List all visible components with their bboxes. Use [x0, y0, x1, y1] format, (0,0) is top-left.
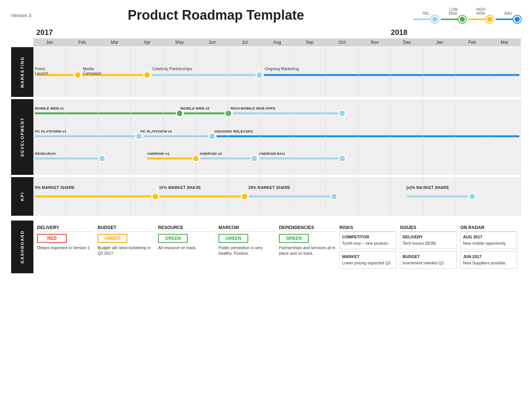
- risks-item-1: COMPETITOR Tyrell corp – new product.: [339, 232, 396, 249]
- legend-tbc-circle: [431, 16, 439, 23]
- dependencies-text: Partnerships and services all in place a…: [279, 245, 336, 257]
- month-jun17: Jun: [196, 38, 229, 46]
- android-bau-label: ANDROID BAU: [259, 151, 285, 156]
- month-nov17: Nov: [358, 38, 391, 46]
- android-v2-ms: [251, 155, 257, 162]
- dashboard-risks: RISKS COMPETITOR Tyrell corp – new produ…: [339, 225, 396, 269]
- pc-v2-ms: [209, 133, 216, 140]
- issues-item-2: BUDGET Investment needed Q2: [400, 251, 457, 269]
- legend-tbc-label: TBC: [422, 12, 430, 16]
- legend-low: LOWRISK: [441, 7, 466, 23]
- issues-item-2-subtitle: BUDGET: [403, 254, 454, 260]
- legend: TBC LOWRISK HIGHRISK: [391, 7, 521, 23]
- dependencies-badge: GREEN: [279, 234, 309, 243]
- month-jan18: Jan: [423, 38, 456, 46]
- svg-text:Launch: Launch: [35, 71, 48, 75]
- version-label: Version 3: [11, 13, 41, 18]
- legend-tbc-line: [413, 16, 439, 23]
- kpi-section: KPI 5% MARKET SHARE 15% MARKET SHARE: [11, 177, 521, 217]
- month-jul17: Jul: [229, 38, 261, 46]
- timeline-label-spacer: [11, 27, 33, 46]
- dashboard-dependencies: DEPENDENCIES GREEN Partnerships and serv…: [279, 225, 336, 269]
- legend-bau-bar: [496, 19, 514, 20]
- dashboard-issues: ISSUES DELIVERY Tech issues (BOB) BUDGET…: [400, 225, 457, 269]
- month-mar18: Mar: [488, 38, 521, 46]
- budget-text: Budget will need bolstering in Q2 2017: [98, 245, 154, 257]
- legend-bau-line: [496, 16, 521, 23]
- page-title: Product Roadmap Template: [41, 7, 391, 23]
- legend-bau: BAU: [496, 12, 521, 23]
- kpi-body: 5% MARKET SHARE 15% MARKET SHARE 28% MAR…: [33, 177, 521, 216]
- risks-item-1-subtitle: COMPETITOR: [342, 234, 394, 240]
- celebrity-ms: [256, 72, 263, 78]
- kpi-npct-label: [n]% MARKET SHARE: [406, 185, 449, 190]
- legend-high-bar: [468, 19, 487, 20]
- kpi-label: KPI: [11, 177, 33, 216]
- svg-text:Campaign: Campaign: [83, 71, 101, 75]
- legend-low-line: [441, 16, 466, 23]
- on-radar-title: ON RADAR: [460, 225, 517, 232]
- mob-web-v1-label: MOBILE WEB v1: [35, 106, 64, 110]
- month-oct17: Oct: [326, 38, 358, 46]
- legend-high-line: [468, 16, 493, 23]
- mob-web-v2-label: MOBILE WEB v2: [180, 106, 210, 110]
- legend-high-circle: [486, 16, 493, 23]
- month-sep17: Sep: [293, 38, 326, 46]
- month-dec17: Dec: [391, 38, 424, 46]
- dashboard-grid: DELIVERY RED Delays expected to Version …: [37, 225, 517, 269]
- risks-item-2-text: Lower pricing expected Q3: [342, 260, 394, 266]
- issues-item-1-subtitle: DELIVERY: [403, 234, 454, 240]
- delivery-badge: RED: [37, 234, 67, 243]
- risks-item-2-subtitle: MARKET: [342, 254, 394, 260]
- dashboard-delivery: DELIVERY RED Delays expected to Version …: [37, 225, 94, 269]
- research-ms: [99, 155, 105, 162]
- marcom-title: MARCOM: [219, 225, 275, 232]
- kpi-15pct-label: 15% MARKET SHARE: [159, 185, 201, 190]
- year-2018: 2018: [391, 28, 521, 37]
- kpi-15pct-ms: [241, 193, 248, 200]
- dev-svg: MOBILE WEB v1 MOBILE WEB v2 RICH MOBILE …: [33, 99, 521, 173]
- rich-mob-ms: [339, 110, 345, 117]
- issues-title: ISSUES: [400, 225, 457, 232]
- dashboard-budget: BUDGET AMBER Budget will need bolstering…: [98, 225, 154, 269]
- month-jan17: Jan: [33, 38, 66, 46]
- android-bau-ms: [339, 155, 345, 162]
- kpi-28pct-ms: [331, 193, 337, 200]
- press-launch-ms: [74, 72, 81, 78]
- legend-bau-circle: [513, 16, 521, 23]
- dependencies-title: DEPENDENCIES: [279, 225, 336, 232]
- risks-item-1-text: Tyrell corp – new product.: [342, 241, 394, 246]
- legend-bau-label: BAU: [505, 12, 512, 16]
- marketing-svg: Press Launch Media Campaign Celebrity Pa…: [33, 47, 521, 95]
- research-label: RESEARCH: [35, 151, 56, 156]
- dashboard-marcom: MARCOM GREEN Public perception is very h…: [219, 225, 275, 269]
- pc-v1-ms: [136, 133, 142, 140]
- marcom-text: Public perception is very healthy. Posit…: [219, 245, 275, 257]
- mob-web-v2-ms: [225, 110, 232, 117]
- timeline-header-row: 2017 2018 Jan Feb Mar Apr May Jun Jul Au…: [11, 27, 521, 46]
- dashboard-on-radar: ON RADAR AUG 2017 New mobile opportunity…: [460, 225, 517, 269]
- radar-item-2-subtitle: JUN 2017: [463, 254, 515, 260]
- kpi-npct-ms: [469, 193, 476, 200]
- legend-high: HIGHRISK: [468, 7, 493, 23]
- mob-web-v1-ms: [176, 110, 183, 117]
- delivery-title: DELIVERY: [37, 225, 94, 232]
- timeline-header-content: 2017 2018 Jan Feb Mar Apr May Jun Jul Au…: [33, 27, 521, 46]
- radar-item-2: JUN 2017 New Suppliers possible.: [460, 251, 517, 269]
- marketing-section: MARKETING Press Launch: [11, 47, 521, 98]
- media-campaign-ms: [144, 72, 151, 78]
- kpi-5pct-label: 5% MARKET SHARE: [35, 185, 75, 190]
- android-v1-ms: [193, 155, 199, 162]
- month-may17: May: [163, 38, 196, 46]
- delivery-text: Delays expected to Version 1: [37, 245, 94, 251]
- rich-mob-label: RICH MOBILE WEB APPS: [231, 106, 276, 110]
- risks-item-2: MARKET Lower pricing expected Q3: [339, 251, 396, 269]
- marketing-body: Press Launch Media Campaign Celebrity Pa…: [33, 47, 521, 97]
- risks-title: RISKS: [339, 225, 396, 232]
- android-v2-label: ANDROID v2: [200, 151, 222, 156]
- ongoing-label: Ongoing Marketing: [265, 66, 299, 71]
- budget-title: BUDGET: [98, 225, 154, 232]
- kpi-28pct-label: 28% MARKET SHARE: [248, 185, 290, 190]
- pc-v1-label: PC PLATFORM v1: [35, 129, 66, 133]
- android-v1-label: ANDROID v1: [147, 151, 170, 156]
